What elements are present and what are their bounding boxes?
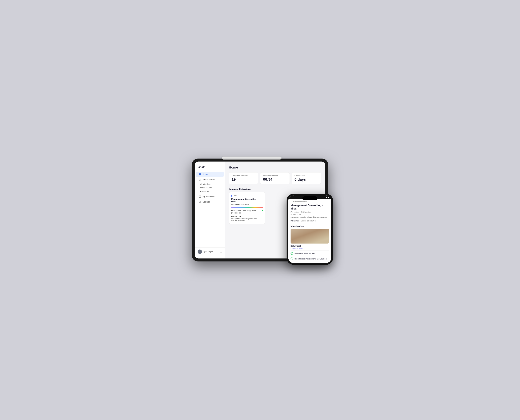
card-sections: 2 sections <box>231 212 263 214</box>
phone-interview-list-title: Interview List <box>291 225 329 227</box>
svg-rect-3 <box>200 174 201 175</box>
tab-interviews[interactable]: Interviews <box>291 220 299 223</box>
phone-content: ← Back to all interviews Management Cons… <box>288 199 332 263</box>
phone-interview-title: Management Consulting - Misc. <box>291 204 329 210</box>
svg-rect-15 <box>301 211 302 213</box>
check-icon-0: ✓ <box>291 252 293 255</box>
suggested-section-title: Suggested Interviews <box>229 188 321 190</box>
stat-card-time: Total Interview Time 06:34 <box>260 172 290 184</box>
check-icon-1: ✓ <box>291 257 293 260</box>
svg-rect-2 <box>199 174 200 175</box>
stat-time-label: Total Interview Time <box>263 175 287 177</box>
page-title: Home <box>229 165 321 169</box>
svg-rect-1 <box>200 173 201 174</box>
phone-back-button[interactable]: ← Back to all interviews <box>291 201 329 202</box>
card-brand: Liftoff <box>231 195 263 196</box>
stats-row: Completed Questions 19 Total Interview T… <box>229 172 321 184</box>
suggested-interview-card[interactable]: Liftoff Management Consulting - Misc. Ma… <box>229 192 265 224</box>
streak-star-icon: ✦ <box>306 175 308 177</box>
phone-wrapper: ☰ ▲ ◀ ← Back to all interviews Managemen… <box>286 194 333 265</box>
card-progress-bar <box>231 207 263 208</box>
phone-tabs: Interviews Guides & Resources <box>291 220 329 223</box>
sidebar-item-home[interactable]: Home <box>196 172 224 177</box>
phone-status-bar: ☰ ▲ ◀ <box>288 195 332 199</box>
stat-streak-label: Current Streak <box>294 175 305 177</box>
svg-rect-6 <box>199 196 201 198</box>
svg-rect-12 <box>291 211 291 212</box>
sidebar-item-resources[interactable]: Resources <box>195 190 225 193</box>
stat-completed-value: 19 <box>232 177 255 182</box>
sidebar-user-section: T Tyler Meyer ... <box>195 247 225 256</box>
back-arrow-icon: ← <box>291 201 292 202</box>
sidebar-item-settings[interactable]: Settings <box>196 199 224 204</box>
stat-streak-value: 0 days <box>294 177 318 182</box>
phone-category-meta: 5 videos • 0 guides <box>291 248 329 249</box>
stat-time-value: 06:34 <box>263 177 287 182</box>
phone-status-left: ☰ <box>291 197 292 198</box>
svg-rect-0 <box>199 173 200 174</box>
my-interviews-icon <box>199 195 201 198</box>
svg-rect-9 <box>231 212 232 213</box>
svg-rect-11 <box>231 213 232 213</box>
card-subtitle: Management Consulting <box>231 203 263 205</box>
chevron-up-icon: ▲ <box>219 179 221 181</box>
sidebar-item-question-bank[interactable]: Question Bank <box>195 186 225 190</box>
vault-icon <box>199 178 201 181</box>
user-name: Tyler Meyer <box>203 251 219 253</box>
svg-point-8 <box>200 202 200 202</box>
user-more-button[interactable]: ... <box>220 250 222 253</box>
svg-rect-14 <box>291 212 291 213</box>
dynamic-island <box>302 196 317 200</box>
settings-icon <box>199 201 201 203</box>
app-logo: Liftoff <box>195 165 225 172</box>
stat-card-streak: Current Streak ✦ 0 days <box>292 172 321 184</box>
phone-time-meta: about 1 hour <box>291 213 329 215</box>
phone-status-right: ▲ ◀ <box>326 197 329 198</box>
apple-pencil <box>222 157 282 159</box>
phone-video-thumbnail[interactable]: ▶ <box>291 229 329 244</box>
sidebar-item-my-interviews[interactable]: My Interviews <box>196 194 224 199</box>
home-icon <box>199 173 201 176</box>
avatar: T <box>198 249 202 254</box>
svg-rect-10 <box>232 212 233 213</box>
card-description-text: Management consulting behavioral intervi… <box>231 218 263 221</box>
card-meta-title: Management Consulting - Misc. <box>231 210 256 212</box>
sidebar-item-my-interviews-label: My Interviews <box>203 195 215 198</box>
tablet-wrapper: Liftoff Home Interview Vault ▲ <box>192 158 328 262</box>
stat-card-completed: Completed Questions 19 <box>229 172 258 184</box>
phone-description: Management consulting behavioral intervi… <box>291 216 329 218</box>
phone-sections-meta: 2 sections <box>291 211 299 213</box>
phone-screen: ☰ ▲ ◀ ← Back to all interviews Managemen… <box>288 195 332 263</box>
svg-marker-5 <box>200 179 200 180</box>
thumbnail-image <box>291 229 329 244</box>
sidebar: Liftoff Home Interview Vault ▲ <box>195 162 225 258</box>
sidebar-item-settings-label: Settings <box>203 201 210 203</box>
phone-frame: ☰ ▲ ◀ ← Back to all interviews Managemen… <box>286 194 333 265</box>
card-meta: Management Consulting - Misc. <box>231 210 263 212</box>
card-description-label: Description <box>231 216 263 218</box>
phone-meta-row: 2 sections 10 questions <box>291 211 329 213</box>
card-title: Management Consulting - Misc. <box>231 198 263 203</box>
sidebar-item-interview-vault[interactable]: Interview Vault ▲ <box>196 177 224 182</box>
stat-completed-label: Completed Questions <box>232 175 255 177</box>
phone-category-title: Behavioral <box>291 245 329 247</box>
tab-guides-resources[interactable]: Guides & Resources <box>301 220 316 223</box>
svg-rect-13 <box>291 211 292 212</box>
sidebar-item-all-interviews[interactable]: All Interviews <box>195 182 225 186</box>
card-status-dot <box>262 210 263 211</box>
sidebar-item-vault-label: Interview Vault <box>203 179 216 181</box>
phone-list-item-0[interactable]: ✓ Disagreeing with a Manager <box>291 250 329 256</box>
phone-list-item-1[interactable]: ✓ Recent Project Achievements and Learni… <box>291 256 329 262</box>
phone-questions-meta: 10 questions <box>301 211 311 213</box>
sidebar-item-home-label: Home <box>203 173 208 175</box>
